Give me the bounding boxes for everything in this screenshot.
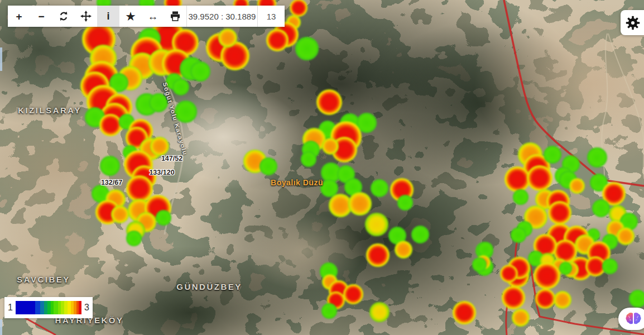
heat-blob	[559, 262, 572, 275]
heat-blob	[190, 61, 211, 82]
refresh-button[interactable]	[52, 6, 75, 27]
heat-blob	[500, 265, 518, 283]
heat-blob	[472, 257, 486, 271]
heat-blob	[295, 37, 318, 60]
plus-icon: +	[16, 11, 22, 22]
heat-blob	[290, 0, 307, 17]
heat-blob	[266, 29, 288, 51]
printer-icon	[170, 11, 181, 22]
move-icon	[80, 11, 92, 22]
heat-blob	[502, 286, 525, 309]
heat-blob	[511, 227, 526, 243]
brain-icon	[624, 312, 642, 326]
heat-blob	[322, 138, 339, 155]
info-icon: i	[107, 11, 109, 22]
heat-blob	[321, 303, 337, 319]
heat-blob	[371, 179, 388, 197]
legend-min-value: 1	[8, 303, 13, 313]
heat-blob	[111, 205, 129, 223]
zoom-in-button[interactable]: +	[8, 6, 30, 27]
coordinates-display: 39.9520 : 30.1889	[187, 6, 257, 27]
heat-blob	[534, 262, 560, 289]
info-button[interactable]: i	[97, 6, 119, 27]
heat-blob	[544, 146, 561, 164]
heat-blob	[411, 226, 429, 243]
heat-blob	[301, 151, 316, 167]
heat-blob	[395, 241, 412, 259]
pan-button[interactable]	[75, 6, 97, 27]
refresh-icon	[58, 11, 69, 22]
heat-blob	[397, 195, 413, 210]
heat-blob	[175, 100, 196, 122]
heat-blob	[513, 189, 528, 205]
heat-blob	[453, 301, 475, 324]
horizontal-arrows-icon: ↔	[148, 11, 158, 22]
heat-blob	[343, 284, 364, 305]
heat-blob	[366, 243, 389, 266]
star-icon: ★	[126, 11, 135, 22]
heat-blob	[535, 289, 556, 309]
map-application: KIZILSARAYSAVCIBEYGÜNDÜZBEYHAYRIYEKÖYBoy…	[0, 0, 644, 335]
heat-blob	[99, 114, 121, 136]
heat-blob	[259, 157, 277, 175]
heat-layer	[0, 0, 644, 335]
heat-blob	[348, 192, 371, 215]
heat-blob	[365, 213, 388, 236]
heat-blob	[512, 309, 530, 327]
heat-blob	[548, 201, 571, 224]
gear-icon	[625, 15, 641, 31]
heat-blob	[156, 210, 171, 226]
heat-blob	[617, 227, 635, 245]
heat-blob	[569, 178, 585, 194]
heat-blob	[100, 156, 121, 176]
favorite-button[interactable]: ★	[119, 6, 142, 27]
heat-blob	[629, 290, 644, 308]
heat-blob	[527, 165, 552, 191]
legend-max-value: 3	[84, 303, 89, 313]
measure-button[interactable]: ↔	[142, 6, 164, 27]
brain-logo-button[interactable]	[618, 308, 644, 330]
heat-blob	[126, 231, 142, 246]
heat-blob	[369, 302, 390, 323]
zoom-level-display[interactable]: 13	[258, 6, 285, 27]
heatmap-legend: 1 3	[4, 297, 93, 318]
print-button[interactable]	[164, 6, 186, 27]
legend-gradient-bar	[16, 301, 81, 314]
heat-blob	[149, 93, 169, 113]
heat-blob	[587, 147, 608, 168]
heat-blob	[316, 89, 342, 115]
map-toolbar: + − i ★	[8, 6, 285, 27]
heat-blob	[602, 259, 618, 274]
zoom-out-button[interactable]: −	[30, 6, 52, 27]
heat-blob	[150, 137, 170, 156]
heat-blob	[592, 199, 610, 217]
heat-blob	[554, 291, 571, 309]
minus-icon: −	[38, 11, 44, 22]
heat-blob	[172, 79, 189, 95]
settings-button[interactable]	[621, 10, 644, 35]
